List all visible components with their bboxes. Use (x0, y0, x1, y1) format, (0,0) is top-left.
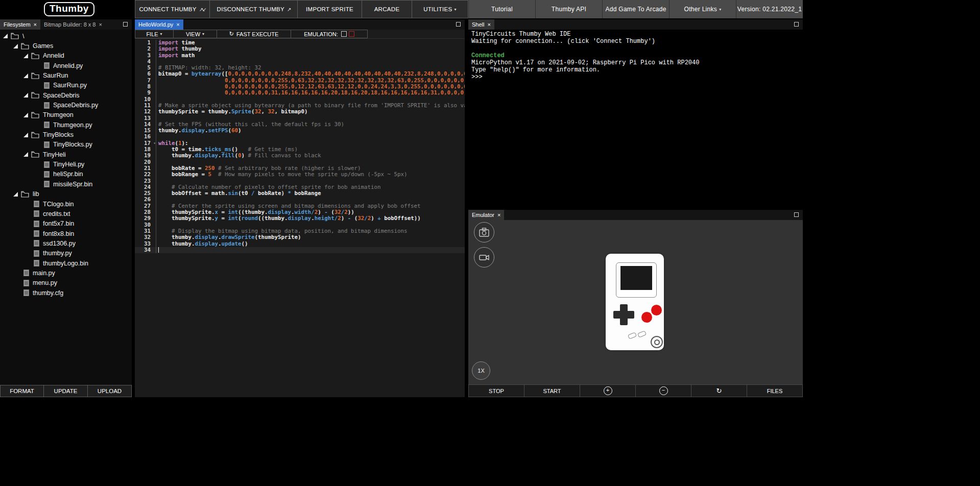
tab-filesystem[interactable]: Filesystem × (0, 19, 40, 30)
record-video-button[interactable] (474, 247, 494, 268)
device-dpad[interactable] (613, 304, 634, 325)
code-line-21[interactable]: 21 bobRate = 250 # Set arbitrary bob rat… (135, 165, 465, 172)
code-line-17[interactable]: 17▾while(1): (135, 140, 465, 147)
minus-circle-button[interactable]: − (636, 384, 691, 397)
tree-file-saurrun-py[interactable]: SaurRun.py (0, 81, 132, 90)
update-button[interactable]: UPDATE (44, 385, 88, 397)
code-line-18[interactable]: 18 t0 = time.ticks_ms() # Get time (ms) (135, 147, 465, 153)
tree-folder--[interactable]: \ (0, 31, 132, 41)
code-line-13[interactable]: 13 (135, 115, 465, 121)
code-line-12[interactable]: 12thumbySprite = thumby.Sprite(32, 32, b… (135, 109, 465, 115)
code-line-7[interactable]: 7 0,0,0,0,0,0,0,0,255,0,63,32,32,32,32,3… (135, 78, 465, 84)
code-editor[interactable]: 1import time2import thumby3import math45… (135, 39, 465, 397)
code-line-34[interactable]: 34 (135, 247, 465, 253)
popout-icon[interactable] (123, 22, 128, 27)
tree-file-thumgeon-py[interactable]: Thumgeon.py (0, 120, 132, 130)
files-button[interactable]: FILES (747, 384, 803, 397)
tab-emulator[interactable]: Emulator × (468, 210, 504, 220)
code-line-4[interactable]: 4 (135, 59, 465, 65)
fast-execute-button[interactable]: ↻ FAST EXECUTE (217, 30, 291, 38)
code-line-8[interactable]: 8 0,0,0,0,0,0,0,0,255,0,12,12,63,63,12,1… (135, 84, 465, 90)
close-icon[interactable]: × (34, 21, 37, 28)
view-menu-button[interactable]: VIEW ▾ (174, 30, 217, 38)
code-line-31[interactable]: 31 # Display the bitmap using bitmap dat… (135, 228, 465, 234)
tree-file-thumby-cfg[interactable]: thumby.cfg (0, 288, 132, 298)
tree-file-menu-py[interactable]: menu.py (0, 278, 132, 288)
topbar-button-connect-thumby[interactable]: CONNECT THUMBY↗↙ (135, 0, 210, 18)
topbar-link-tutorial[interactable]: Tutorial (468, 0, 535, 18)
code-line-30[interactable]: 30 (135, 222, 465, 228)
tree-file-tclogo-bin[interactable]: TClogo.bin (0, 199, 132, 209)
tree-file-tinyblocks-py[interactable]: TinyBlocks.py (0, 140, 132, 150)
expand-collapse-icon[interactable] (23, 152, 28, 157)
code-line-29[interactable]: 29 thumbySprite.y = int(round((thumby.di… (135, 215, 465, 222)
expand-collapse-icon[interactable] (13, 192, 18, 197)
code-line-1[interactable]: 1import time (135, 40, 465, 46)
code-line-10[interactable]: 10 (135, 96, 465, 103)
code-line-22[interactable]: 22 bobRange = 5 # How many pixels to mov… (135, 172, 465, 178)
expand-collapse-icon[interactable] (23, 133, 28, 137)
topbar-link-add-game-to-arcade[interactable]: Add Game To Arcade (602, 0, 669, 18)
tree-file-main-py[interactable]: main.py (0, 268, 132, 278)
code-line-2[interactable]: 2import thumby (135, 46, 465, 52)
close-icon[interactable]: × (487, 21, 490, 28)
start-button[interactable]: START (524, 384, 580, 397)
code-line-6[interactable]: 6bitmap0 = bytearray([0,0,0,0,0,0,0,0,24… (135, 71, 465, 77)
emulation-checkbox-record[interactable] (349, 31, 354, 37)
tree-file-helispr-bin[interactable]: heliSpr.bin (0, 169, 132, 179)
popout-icon[interactable] (794, 212, 799, 217)
tree-file-thumby-py[interactable]: thumby.py (0, 249, 132, 258)
stop-button[interactable]: STOP (468, 384, 524, 397)
upload-button[interactable]: UPLOAD (88, 385, 132, 397)
tree-folder-tinyblocks[interactable]: TinyBlocks (0, 130, 132, 139)
code-line-3[interactable]: 3import math (135, 53, 465, 59)
device-button-a[interactable] (651, 305, 662, 315)
tree-file-tinyheli-py[interactable]: TinyHeli.py (0, 159, 132, 169)
tree-folder-thumgeon[interactable]: Thumgeon (0, 110, 132, 120)
code-line-27[interactable]: 27 # Center the sprite using screen and … (135, 203, 465, 209)
tree-file-font8x8-bin[interactable]: font8x8.bin (0, 229, 132, 238)
tree-file-spacedebris-py[interactable]: SpaceDebris.py (0, 100, 132, 110)
topbar-link-thumby-api[interactable]: Thumby API (535, 0, 602, 18)
code-line-5[interactable]: 5# BITMAP: width: 32, height: 32 (135, 65, 465, 71)
topbar-link-other-links[interactable]: Other Links▾ (669, 0, 736, 18)
tree-file-credits-txt[interactable]: credits.txt (0, 209, 132, 218)
topbar-button-disconnect-thumby[interactable]: DISCONNECT THUMBY↗ (210, 0, 298, 18)
code-line-20[interactable]: 20 (135, 159, 465, 165)
code-line-24[interactable]: 24 # Calculate number of pixels to offse… (135, 184, 465, 190)
code-line-19[interactable]: 19 thumby.display.fill(0) # Fill canvas … (135, 153, 465, 159)
tree-file-ssd1306-py[interactable]: ssd1306.py (0, 238, 132, 248)
tree-folder-games[interactable]: Games (0, 41, 132, 51)
rotate-button[interactable]: ↻ (691, 384, 747, 397)
tree-file-thumbylogo-bin[interactable]: thumbyLogo.bin (0, 258, 132, 268)
expand-collapse-icon[interactable] (23, 54, 28, 58)
fold-icon[interactable]: ▾ (153, 140, 156, 147)
tab-helloworld[interactable]: HelloWorld.py × (135, 19, 183, 30)
expand-collapse-icon[interactable] (23, 93, 28, 98)
popout-icon[interactable] (456, 22, 461, 27)
expand-collapse-icon[interactable] (23, 113, 28, 117)
code-line-15[interactable]: 15thumby.display.setFPS(60) (135, 128, 465, 134)
device-menu-button-left[interactable] (628, 332, 637, 339)
topbar-button-import-sprite[interactable]: IMPORT SPRITE (298, 0, 362, 18)
tree-folder-spacedebris[interactable]: SpaceDebris (0, 90, 132, 100)
tree-file-missilespr-bin[interactable]: missileSpr.bin (0, 179, 132, 189)
code-line-11[interactable]: 11# Make a sprite object using bytearray… (135, 103, 465, 109)
device-button-b[interactable] (641, 312, 652, 323)
code-line-33[interactable]: 33 thumby.display.update() (135, 241, 465, 247)
screenshot-button[interactable] (474, 222, 494, 242)
close-icon[interactable]: × (176, 21, 179, 28)
tree-file-annelid-py[interactable]: Annelid.py (0, 61, 132, 70)
code-line-25[interactable]: 25 bobOffset = math.sin(t0 / bobRate) * … (135, 190, 465, 197)
code-line-28[interactable]: 28 thumbySprite.x = int((thumby.display.… (135, 209, 465, 215)
tree-file-font5x7-bin[interactable]: font5x7.bin (0, 219, 132, 229)
tab-bitmap-builder[interactable]: Bitmap Builder: 8 x 8 × (40, 19, 106, 30)
code-line-26[interactable]: 26 (135, 197, 465, 203)
tree-folder-lib[interactable]: lib (0, 189, 132, 199)
code-line-23[interactable]: 23 (135, 178, 465, 184)
code-line-16[interactable]: 16 (135, 134, 465, 140)
tree-folder-saurrun[interactable]: SaurRun (0, 70, 132, 80)
topbar-link-version-02-21-2022-1[interactable]: Version: 02.21.2022_1 (736, 0, 803, 18)
close-icon[interactable]: × (99, 21, 102, 28)
device-menu-button-right[interactable] (637, 330, 647, 337)
